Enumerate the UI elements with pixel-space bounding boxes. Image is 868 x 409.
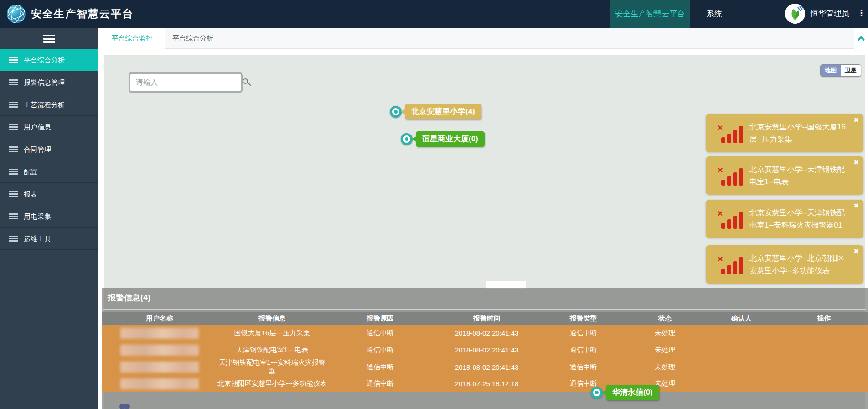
map-search-box	[129, 72, 243, 93]
cell-info: 国银大厦16层---压力采集	[217, 329, 327, 337]
sidebar: 平台综合分析 报警信息管理 工艺流程分析 用户信息 合同管理 配置 报表 用电采…	[0, 28, 98, 409]
table-row[interactable]: 天津钢铁配电室1---安科瑞火灾报警器 通信中断 2018-08-02 20:4…	[102, 358, 868, 375]
sidebar-item-label: 用户信息	[24, 123, 51, 131]
sidebar-item-label: 报警信息管理	[24, 78, 65, 86]
marker-dot-icon[interactable]	[390, 106, 402, 118]
close-icon[interactable]: ✖	[853, 202, 859, 209]
collapse-panel-button[interactable]	[854, 28, 868, 49]
no-signal-icon: ×	[718, 166, 744, 186]
table-row[interactable]: 北京朝阳区安慧里小学---多功能仪表 通信中断 2018-07-25 18:12…	[102, 375, 868, 392]
cell-type: 通信中断	[540, 329, 627, 337]
sidebar-item-label: 工艺流程分析	[24, 101, 65, 109]
sidebar-item-label: 合同管理	[24, 145, 51, 153]
cell-info: 天津钢铁配电室1---电表	[217, 346, 327, 354]
alarm-column-header: 报警类型	[540, 314, 627, 323]
cell-reason: 通信中断	[327, 379, 434, 388]
app-root: 安全生产智慧云平台 安全生产智慧云平台 系统 恒华管理员 ⋮ 平台综合分析 报警…	[0, 0, 868, 409]
cell-info: 北京朝阳区安慧里小学---多功能仪表	[217, 379, 327, 388]
hamburger-menu-icon[interactable]	[43, 35, 55, 43]
globe-logo-icon	[6, 4, 26, 24]
alert-card-text: 北京安慧里小学--天津钢铁配电室1--电表	[749, 163, 852, 187]
sidebar-item-label: 平台综合分析	[24, 56, 65, 64]
search-button[interactable]	[236, 76, 241, 89]
alert-card[interactable]: ✖ × 北京安慧里小学--天津钢铁配电室1--安科瑞火灾报警器01	[706, 200, 863, 238]
cell-status: 未处理	[626, 346, 703, 354]
marker-dot-icon[interactable]	[401, 133, 413, 145]
alarm-column-header: 用户名称	[102, 314, 217, 323]
alarm-column-header: 确认人	[703, 314, 780, 323]
sidebar-item-label: 用电采集	[24, 212, 51, 220]
top-header: 安全生产智慧云平台 安全生产智慧云平台 系统 恒华管理员 ⋮	[0, 0, 868, 28]
censored-user-name	[120, 345, 199, 356]
sidebar-item[interactable]: 用电采集	[0, 205, 98, 228]
cell-time: 2018-08-02 20:41:43	[434, 363, 540, 371]
censored-user-name	[120, 328, 199, 339]
list-icon	[9, 102, 18, 108]
sidebar-item[interactable]: 运维工具	[0, 228, 98, 250]
close-icon[interactable]: ✖	[853, 248, 859, 255]
table-row[interactable]: 天津钢铁配电室1---电表 通信中断 2018-08-02 20:41:43 通…	[102, 342, 868, 358]
chevron-up-icon	[858, 36, 865, 44]
divider	[103, 309, 866, 310]
marker-dot-icon[interactable]	[591, 387, 603, 399]
alert-card[interactable]: ✖ × 北京安慧里小学--北京朝阳区安慧里小学--多功能仪表	[706, 245, 863, 284]
sidebar-item-label: 配置	[24, 168, 37, 176]
alarm-column-header: 报警原因	[327, 314, 434, 323]
tab-platform-monitor[interactable]: 平台综合监控	[98, 28, 165, 49]
tab-bar: 平台综合监控 平台综合分析	[98, 28, 868, 49]
close-icon[interactable]: ✖	[853, 159, 859, 166]
marker-label-bubble[interactable]: 谊星商业大厦(0)	[416, 131, 485, 147]
sidebar-item[interactable]: 配置	[0, 160, 98, 183]
tab-platform-analysis[interactable]: 平台综合分析	[165, 28, 220, 49]
alarm-panel: 报警信息(4) 用户名称报警信息报警原因报警时间报警类型状态确认人操作 国银大厦…	[102, 288, 868, 409]
search-input[interactable]	[130, 74, 236, 91]
user-avatar[interactable]	[785, 4, 805, 24]
list-icon	[9, 79, 18, 85]
user-menu-dots-icon[interactable]: ⋮	[857, 8, 866, 18]
alert-card[interactable]: ✖ × 北京安慧里小学--天津钢铁配电室1--电表	[706, 156, 863, 195]
sidebar-item-label: 报表	[24, 190, 37, 198]
sidebar-item[interactable]: 工艺流程分析	[0, 93, 98, 116]
sidebar-item[interactable]: 平台综合分析	[0, 49, 98, 71]
header-nav-system[interactable]: 系统	[698, 0, 730, 28]
cell-type: 通信中断	[540, 346, 627, 354]
sidebar-item[interactable]: 用户信息	[0, 116, 98, 138]
table-row[interactable]: 国银大厦16层---压力采集 通信中断 2018-08-02 20:41:43 …	[102, 325, 868, 342]
cell-user	[102, 378, 217, 389]
censored-user-name	[120, 378, 199, 389]
cell-status: 未处理	[626, 329, 703, 337]
app-title: 安全生产智慧云平台	[31, 7, 134, 21]
list-icon	[9, 213, 18, 219]
cell-time: 2018-07-25 18:12:18	[434, 380, 540, 388]
alert-card-text: 北京安慧里小学--天津钢铁配电室1--安科瑞火灾报警器01	[749, 207, 852, 231]
sidebar-item[interactable]: 报表	[0, 183, 98, 205]
alert-card[interactable]: ✖ × 北京安慧里小学--国银大厦16层--压力采集	[706, 114, 863, 152]
marker-label-bubble[interactable]: 北京安慧里小学(4)	[405, 104, 481, 119]
sidebar-item[interactable]: 合同管理	[0, 138, 98, 160]
alert-card-text: 北京安慧里小学--北京朝阳区安慧里小学--多功能仪表	[749, 252, 852, 276]
cell-reason: 通信中断	[327, 363, 434, 372]
sidebar-item[interactable]: 报警信息管理	[0, 71, 98, 93]
censored-user-name	[120, 362, 199, 373]
sidebar-menu: 平台综合分析 报警信息管理 工艺流程分析 用户信息 合同管理 配置 报表 用电采…	[0, 49, 98, 250]
close-icon[interactable]: ✖	[853, 116, 859, 124]
map-view-button[interactable]: 地图	[821, 65, 841, 76]
marker-label-bubble[interactable]: 华清永信(0)	[606, 385, 659, 400]
cell-reason: 通信中断	[327, 329, 434, 337]
list-icon	[9, 146, 18, 152]
no-signal-icon: ×	[718, 209, 744, 229]
header-nav-platform[interactable]: 安全生产智慧云平台	[610, 0, 690, 28]
alarm-column-header: 操作	[780, 314, 868, 323]
cell-reason: 通信中断	[327, 346, 434, 354]
no-signal-icon: ×	[718, 123, 744, 143]
cell-user	[102, 345, 217, 356]
cell-user	[102, 328, 217, 339]
list-icon	[9, 169, 18, 175]
satellite-view-button[interactable]: 卫星	[841, 65, 861, 76]
user-name[interactable]: 恒华管理员	[811, 8, 849, 19]
list-icon	[9, 191, 18, 197]
alarm-column-header: 报警时间	[434, 314, 540, 323]
cell-info: 天津钢铁配电室1---安科瑞火灾报警器	[217, 358, 327, 376]
alarm-panel-title: 报警信息(4)	[108, 292, 150, 303]
leaf-avatar-icon	[785, 4, 805, 24]
